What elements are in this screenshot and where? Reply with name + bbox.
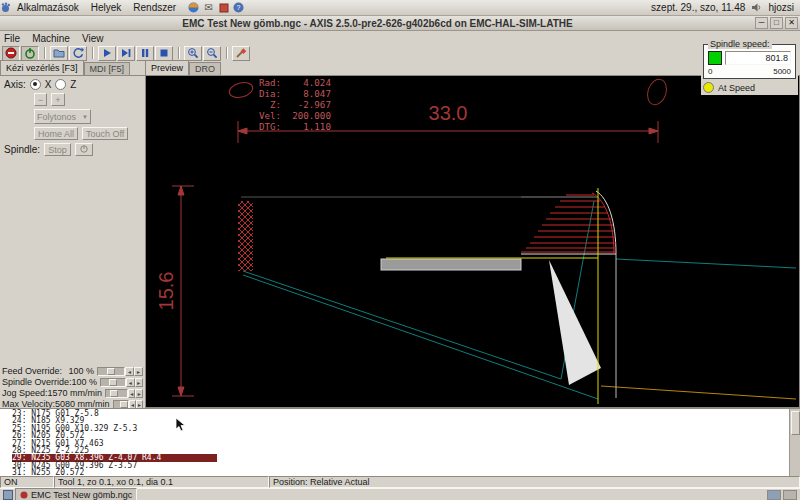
mail-icon[interactable]: ✉ [203,2,214,13]
dro-readout: Rad: 4.024 Dia: 8.047 Z: -2.967 Vel: 200… [259,77,331,132]
gcode-line[interactable]: 31: N255 Z0.572 [12,469,800,476]
gcode-scrollbar[interactable] [789,409,800,476]
menu-view[interactable]: View [82,33,104,44]
estop-icon [5,47,17,59]
clear-plot-button[interactable] [232,46,250,61]
show-desktop-icon[interactable] [2,489,13,500]
close-button[interactable]: ✕ [785,17,798,29]
slider-decrement-button[interactable]: ◄ [126,378,134,387]
stop-button[interactable] [155,46,173,61]
slider-thumb[interactable] [109,379,117,386]
feed-override-row: Feed Override: 100 % ◄ ► [2,366,143,376]
tab-dro[interactable]: DRO [189,62,221,75]
spindle-label: Spindle: [4,144,40,155]
dimension-height: 15.6 [155,186,194,396]
control-tabs: Kézi vezérlés [F3] MDI [F5] [0,61,145,76]
package-icon[interactable] [218,2,229,13]
jog-mode-select[interactable]: Folytonos ▼ [34,109,91,124]
jog-mode-value: Folytonos [37,112,76,122]
user-menu[interactable]: hjozsi [768,2,794,13]
maximize-button[interactable]: □ [770,17,783,29]
pause-button[interactable] [136,46,154,61]
toolbar [0,45,800,61]
slider-thumb[interactable] [120,401,128,408]
status-bar: ON Tool 1, zo 0.1, xo 0.1, dia 0.1 Posit… [0,476,800,488]
spindle-speed-title: Spindle speed: [708,39,772,49]
axis-z-label: Z [70,79,76,90]
spindle-stop-button[interactable]: Stop [44,143,71,156]
applications-menu-icon[interactable] [0,2,11,13]
clock[interactable]: szept. 29., szo, 11.48 [651,2,745,13]
at-speed-label: At Speed [718,83,755,93]
tab-mdi[interactable]: MDI [F5] [84,62,131,75]
gcode-line[interactable]: 26: N205 Z0.572 [12,432,800,439]
tool-shank [381,259,521,270]
browser-icon[interactable] [188,2,199,13]
estop-button[interactable] [2,46,20,61]
run-program-button[interactable] [98,46,116,61]
slider-increment-button[interactable]: ► [134,367,143,376]
machine-power-button[interactable] [21,46,39,61]
touch-off-button[interactable]: Touch Off [82,127,128,140]
zoom-out-icon [206,47,218,59]
spindle-speed-panel: Spindle speed: 801.8 0 5000 At Speed [701,36,798,95]
scrollbar-thumb[interactable] [791,411,800,435]
menu-places[interactable]: Helyek [85,2,128,13]
spindle-brake-button[interactable] [75,143,93,156]
menu-applications[interactable]: Alkalmazások [11,2,85,13]
gcode-line[interactable]: 23: N175 G01 Z-5.8 [12,410,800,417]
slider-thumb[interactable] [107,368,115,375]
spindle-scale-min: 0 [708,67,712,76]
slider-decrement-button[interactable]: ◄ [128,389,136,398]
spindle-ellipse-right [644,77,669,107]
main-area: Kézi vezérlés [F3] MDI [F5] Axis: X Z − … [0,61,800,408]
menu-system[interactable]: Rendszer [127,2,182,13]
axis-z-radio[interactable] [55,79,66,90]
tab-preview[interactable]: Preview [145,60,189,75]
reload-button[interactable] [69,46,87,61]
backplot-canvas[interactable]: 33.0 15.6 [145,75,800,408]
chevron-down-icon: ▼ [82,114,88,120]
menu-file[interactable]: File [4,33,20,44]
minimize-button[interactable]: ─ [755,17,768,29]
tab-manual-control[interactable]: Kézi vezérlés [F3] [0,60,84,75]
slider-decrement-button[interactable]: ◄ [125,367,134,376]
axis-app-icon [20,491,28,499]
jog-speed-row: Jog Speed: 1570 mm/min ◄ ► [2,388,143,398]
desktop-panel: Alkalmazások Helyek Rendszer ✉ ? szept. … [0,0,800,16]
gcode-line[interactable]: 30: N245 G00 X9.396 Z-3.57 [12,462,800,469]
jog-minus-button[interactable]: − [34,93,47,106]
feed-override-slider[interactable] [97,367,125,376]
zoom-out-button[interactable] [203,46,221,61]
gcode-line[interactable]: 27: N215 G01 X7.463 [12,440,800,447]
jog-speed-slider[interactable] [105,389,128,398]
manual-content: Axis: X Z − + Folytonos ▼ Ho [0,79,145,412]
task-button[interactable]: EMC Test New gömb.ngc [15,488,137,500]
slider-thumb[interactable] [110,390,118,397]
spindle-ellipse-left [228,80,255,100]
backplot-svg: 33.0 15.6 [146,76,799,407]
slider-increment-button[interactable]: ► [135,378,143,387]
workspace-1[interactable] [767,490,781,500]
step-button[interactable] [117,46,135,61]
help-icon[interactable]: ? [233,2,244,13]
slider-increment-button[interactable]: ► [135,389,143,398]
axis-x-radio[interactable] [30,79,41,90]
feed-override-label: Feed Override: [2,366,62,376]
panel-right: szept. 29., szo, 11.48 hjozsi [651,2,800,13]
menu-machine[interactable]: Machine [32,33,70,44]
home-all-button[interactable]: Home All [34,127,78,140]
zoom-in-button[interactable] [184,46,202,61]
spindle-override-row: Spindle Override: 100 % ◄ ► [2,377,143,387]
clear-plot-icon [235,47,247,59]
step-icon [120,47,132,59]
workspace-2[interactable] [783,490,797,500]
axis-x-label: X [45,79,52,90]
volume-icon[interactable] [751,2,762,13]
spindle-override-slider[interactable] [100,378,126,387]
open-file-button[interactable] [50,46,68,61]
spindle-speed-groupbox: Spindle speed: 801.8 0 5000 [703,44,796,79]
gcode-line[interactable]: 25: N195 G00 X10.329 Z-5.3 [12,425,800,432]
jog-plus-button[interactable]: + [51,93,64,106]
stop-icon [158,47,170,59]
